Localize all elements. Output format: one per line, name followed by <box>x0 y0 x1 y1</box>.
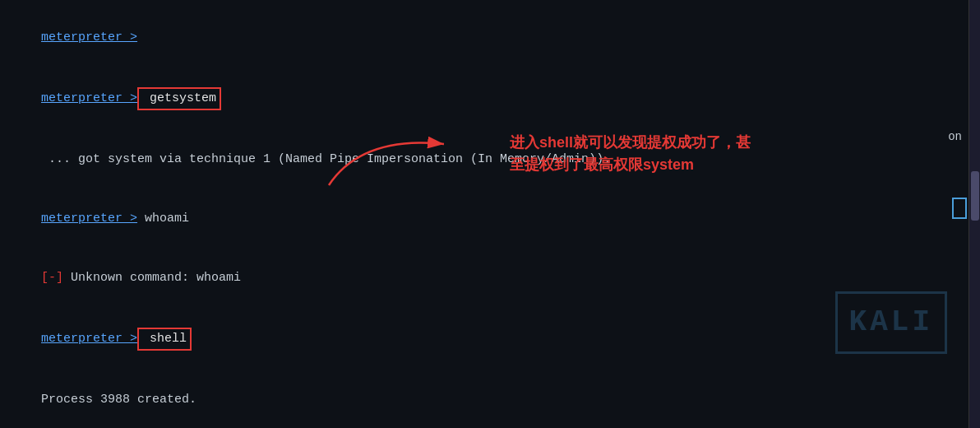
command-text: whoami <box>137 212 189 226</box>
terminal-line: Process 3988 created. <box>12 370 968 428</box>
error-text: Unknown command: whoami <box>63 271 241 285</box>
output-text: Process 3988 created. <box>41 393 196 407</box>
terminal-line: meterpreter > getsystem <box>12 67 968 130</box>
prompt: meterpreter > <box>41 332 137 346</box>
scrollbar[interactable] <box>968 0 980 428</box>
prompt: meterpreter > <box>41 30 137 44</box>
terminal-line: meterpreter > whoami <box>12 189 968 249</box>
highlighted-command: getsystem <box>137 87 221 110</box>
prompt: meterpreter > <box>41 91 137 105</box>
highlighted-command: shell <box>137 328 192 351</box>
blue-rectangle <box>952 198 967 219</box>
error-bracket: [-] <box>41 271 63 285</box>
terminal-line: meterpreter > <box>12 8 968 67</box>
scrollbar-thumb[interactable] <box>971 171 979 221</box>
on-text: on <box>948 128 962 146</box>
prompt: meterpreter > <box>41 212 137 226</box>
output-text: ... got system via technique 1 (Named Pi… <box>41 152 611 166</box>
terminal-line: [-] Unknown command: whoami <box>12 249 968 308</box>
terminal-line: meterpreter > shell <box>12 308 968 370</box>
terminal-line: ... got system via technique 1 (Named Pi… <box>12 130 968 189</box>
terminal: meterpreter > meterpreter > getsystem ..… <box>0 0 980 428</box>
